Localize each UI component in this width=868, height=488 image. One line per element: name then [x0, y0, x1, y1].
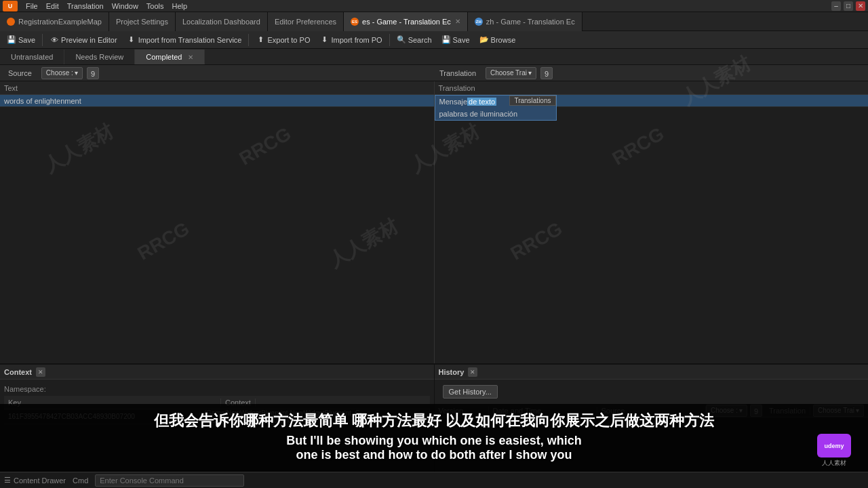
namespace-row: Namespace:: [4, 382, 430, 396]
source-count-badge: 9: [87, 67, 99, 79]
maximize-button[interactable]: □: [844, 1, 853, 11]
translation-choose-button[interactable]: Choose Trai ▾: [486, 67, 536, 79]
close-window-button[interactable]: ✕: [856, 1, 865, 11]
translation-choose-chevron: ▾: [528, 69, 532, 77]
completed-tab-close-icon[interactable]: ✕: [188, 54, 193, 61]
toolbar-separator-2: [248, 34, 249, 46]
browse-icon: 📂: [479, 35, 489, 45]
subtitle-english-line2: one is best and how to do both after I s…: [14, 448, 854, 462]
menu-bar: U File Edit Translation Window Tools Hel…: [0, 0, 868, 12]
menu-file[interactable]: File: [22, 0, 42, 12]
menu-window[interactable]: Window: [108, 0, 142, 12]
status-bar: ☰ Content Drawer Cmd: [0, 472, 868, 488]
export-to-po-button[interactable]: ⬆ Export to PO: [252, 33, 314, 47]
source-choose-button[interactable]: Choose : ▾: [41, 67, 83, 79]
minimize-button[interactable]: –: [831, 1, 841, 11]
history-panel-header: History ✕: [435, 365, 869, 380]
context-panel-header: Context ✕: [0, 365, 434, 380]
import-po-icon: ⬇: [319, 35, 329, 45]
browse-button[interactable]: 📂 Browse: [475, 33, 520, 47]
save-icon: 💾: [7, 35, 16, 45]
cmd-item[interactable]: Cmd: [73, 476, 88, 485]
udemy-badge: udemy 人人素材: [807, 434, 861, 468]
toolbar-separator-3: [389, 34, 390, 46]
get-history-button[interactable]: Get History...: [443, 385, 498, 399]
es-tab-icon: ES: [351, 18, 359, 26]
tab-completed[interactable]: Completed ✕: [135, 49, 204, 64]
toolbar: 💾 Save 👁 Preview in Editor ⬇ Import from…: [0, 31, 868, 49]
source-table-header: Text: [0, 81, 434, 95]
subtitle-chinese: 但我会告诉你哪种方法最简单 哪种方法最好 以及如何在我向你展示之后做这两种方法: [14, 411, 854, 431]
search-button[interactable]: 🔍 Search: [393, 33, 436, 47]
zh-tab-icon: ZH: [475, 18, 483, 26]
source-choose-chevron: ▾: [75, 69, 78, 77]
translation-header: Translation Choose Trai ▾ 9: [434, 67, 865, 79]
import-from-po-button[interactable]: ⬇ Import from PO: [315, 33, 386, 47]
subtitle-english-line1: But I'll be showing you which one is eas…: [14, 434, 854, 448]
save2-button[interactable]: 💾 Save: [437, 33, 474, 47]
udemy-label: 人人素材: [822, 459, 846, 468]
tab-registration-map[interactable]: RegistrationExampleMap: [0, 12, 109, 31]
table-row[interactable]: words of enlightenment: [0, 95, 434, 107]
tab-editor-preferences[interactable]: Editor Preferences: [268, 12, 344, 31]
import-from-translation-service-button[interactable]: ⬇ Import from Translation Service: [123, 33, 246, 47]
popup-row-2: palabras de iluminación: [435, 108, 556, 120]
console-command-input[interactable]: [95, 474, 244, 487]
import-service-icon: ⬇: [127, 35, 136, 45]
subtitle-overlay: 但我会告诉你哪种方法最简单 哪种方法最好 以及如何在我向你展示之后做这两种方法 …: [0, 404, 868, 472]
main-content: Source Choose : ▾ 9 Translation Choose T…: [0, 65, 868, 363]
udemy-logo: udemy: [817, 434, 851, 458]
tab-project-settings[interactable]: Project Settings: [109, 12, 176, 31]
toolbar-separator-1: [42, 34, 43, 46]
tab-zh-game-translation[interactable]: ZH zh - Game - Translation Ec: [468, 12, 583, 31]
history-panel-close-button[interactable]: ✕: [468, 367, 477, 377]
menu-translation[interactable]: Translation: [63, 0, 108, 12]
menu-help[interactable]: Help: [168, 0, 192, 12]
translations-tab-label: Translations: [509, 96, 555, 106]
tab-es-game-translation[interactable]: ES es - Game - Translation Ec ✕: [344, 12, 468, 31]
search-icon: 🔍: [397, 35, 406, 45]
tab-localization-dashboard[interactable]: Localization Dashboard: [176, 12, 268, 31]
translation-count-badge: 9: [540, 67, 553, 79]
preview-in-editor-button[interactable]: 👁 Preview in Editor: [45, 33, 121, 47]
tab-needs-review[interactable]: Needs Review: [64, 49, 135, 64]
title-bar: RegistrationExampleMap Project Settings …: [0, 12, 868, 31]
preview-icon: 👁: [50, 35, 59, 45]
context-panel-close-button[interactable]: ✕: [36, 367, 45, 377]
menu-tools[interactable]: Tools: [142, 0, 168, 12]
translation-popup: Mensaje de texto palabras de iluminación…: [435, 95, 557, 121]
source-header: Source Choose : ▾ 9: [3, 67, 434, 79]
source-table: Text words of enlightenment: [0, 81, 435, 363]
save-button[interactable]: 💾 Save: [3, 33, 39, 47]
translation-table: Translation Mensaje de texto palabras de…: [435, 81, 869, 363]
subtabs: Untranslated Needs Review Completed ✕: [0, 49, 868, 65]
tab-es-close-icon[interactable]: ✕: [455, 18, 460, 25]
translation-table-header: Translation: [435, 81, 869, 95]
content-drawer-icon: ☰: [4, 476, 11, 485]
content-drawer-item[interactable]: ☰ Content Drawer: [4, 476, 66, 485]
tab-untranslated[interactable]: Untranslated: [0, 49, 64, 64]
save2-icon: 💾: [441, 35, 451, 45]
app-logo: U: [3, 1, 18, 12]
map-tab-icon: [7, 18, 15, 26]
menu-edit[interactable]: Edit: [42, 0, 63, 12]
export-icon: ⬆: [256, 35, 265, 45]
header-row: Source Choose : ▾ 9 Translation Choose T…: [0, 65, 868, 81]
table-area: Text words of enlightenment Translation …: [0, 81, 868, 363]
